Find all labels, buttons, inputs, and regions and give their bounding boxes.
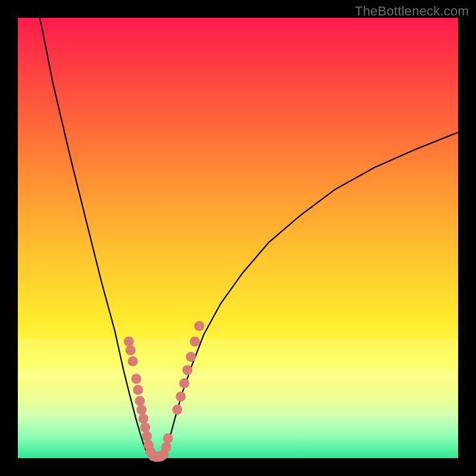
chart-plot-area bbox=[18, 18, 458, 458]
marker-group bbox=[124, 321, 204, 462]
marker-dot bbox=[140, 422, 150, 433]
marker-dot bbox=[134, 396, 145, 406]
marker-dot bbox=[172, 405, 182, 415]
curve-right-branch bbox=[164, 132, 458, 456]
marker-dot bbox=[136, 405, 146, 415]
marker-dot bbox=[179, 378, 189, 389]
marker-dot bbox=[128, 356, 138, 367]
marker-dot bbox=[126, 345, 136, 355]
marker-dot bbox=[163, 433, 173, 443]
marker-dot bbox=[138, 414, 148, 424]
marker-dot bbox=[124, 336, 134, 346]
marker-dot bbox=[133, 385, 143, 395]
marker-dot bbox=[161, 442, 171, 452]
marker-dot bbox=[194, 321, 204, 331]
watermark-text: TheBottleneck.com bbox=[355, 4, 469, 19]
marker-dot bbox=[131, 374, 142, 384]
marker-dot bbox=[190, 336, 200, 346]
marker-dot bbox=[186, 352, 196, 362]
marker-dot bbox=[176, 392, 186, 402]
curve-group bbox=[40, 18, 458, 458]
curve-left-branch bbox=[40, 18, 149, 456]
marker-dot bbox=[182, 365, 192, 375]
marker-dot bbox=[142, 431, 152, 441]
chart-svg bbox=[18, 18, 458, 458]
